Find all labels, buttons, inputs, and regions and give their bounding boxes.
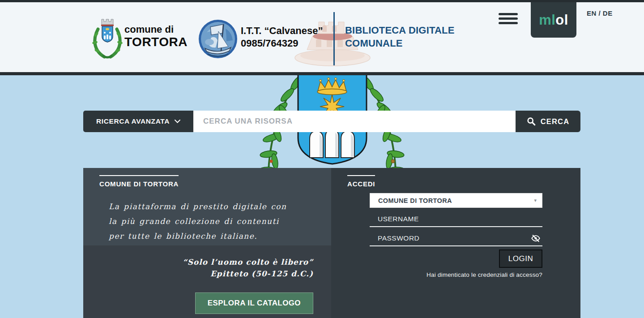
hero-section: RICERCA AVANZATA CERCA COMUNE DI TORTORA…	[0, 75, 644, 318]
mlol-logo[interactable]: mlol	[531, 2, 576, 38]
toggle-password-visibility-button[interactable]	[529, 233, 542, 243]
login-button[interactable]: LOGIN	[499, 249, 542, 268]
calvanese-school-logo	[198, 19, 238, 59]
language-switcher[interactable]: EN / DE	[587, 9, 613, 17]
password-row	[370, 231, 542, 246]
library-select-value: COMUNE DI TORTORA	[378, 197, 452, 204]
advanced-search-label: RICERCA AVANZATA	[96, 117, 170, 125]
school-name: I.T.T. “Calvanese” 0985/764329	[241, 25, 323, 50]
municipality-name-line1: comune di	[124, 24, 188, 35]
site-title: BIBLIOTECA DIGITALE COMUNALE	[345, 24, 455, 50]
site-title-line2: COMUNALE	[345, 37, 455, 50]
municipality-name: comune di TORTORA	[124, 24, 188, 49]
advanced-search-button[interactable]: RICERCA AVANZATA	[83, 111, 193, 132]
username-row	[370, 212, 542, 227]
tortora-municipality-logo	[91, 16, 123, 60]
municipality-name-line2: TORTORA	[124, 35, 188, 49]
menu-hamburger-icon[interactable]	[499, 13, 518, 26]
towers	[310, 129, 354, 158]
search-icon	[527, 117, 536, 126]
intro-panel: COMUNE DI TORTORA La piattaforma di pres…	[83, 168, 331, 318]
quote-author: Epitteto (50-125 d.C.)	[83, 268, 313, 279]
quote-area: “Solo l’uomo colto è libero” Epitteto (5…	[83, 245, 331, 318]
username-input[interactable]	[370, 215, 542, 223]
password-input[interactable]	[370, 234, 529, 242]
chevron-down-icon	[175, 120, 180, 123]
site-title-line1: BIBLIOTECA DIGITALE	[345, 24, 455, 37]
login-heading: ACCEDI	[347, 175, 375, 188]
mlol-library-page: comune di TORTORA I.T.T. “Calvanese” 098…	[0, 0, 644, 318]
search-submit-label: CERCA	[541, 117, 570, 126]
site-header: comune di TORTORA I.T.T. “Calvanese” 098…	[0, 2, 644, 72]
forgot-credentials-link[interactable]: Hai dimenticato le credenziali di access…	[370, 271, 542, 278]
header-divider-line	[333, 12, 335, 65]
explore-catalog-button[interactable]: ESPLORA IL CATALOGO	[195, 292, 313, 314]
intro-description: La piattaforma di prestito digitale con …	[109, 199, 292, 244]
search-submit-button[interactable]: CERCA	[516, 111, 580, 132]
quote-text: “Solo l’uomo colto è libero”	[83, 256, 313, 268]
top-border-bar	[0, 0, 644, 2]
intro-heading: COMUNE DI TORTORA	[99, 175, 179, 188]
search-bar: RICERCA AVANZATA CERCA	[83, 111, 580, 132]
school-name-line1: I.T.T. “Calvanese”	[241, 25, 323, 37]
login-panel: ACCEDI COMUNE DI TORTORA ▾ LOGIN	[331, 168, 580, 318]
search-input[interactable]	[193, 111, 516, 132]
mlol-wordmark: mlol	[539, 12, 568, 28]
library-select[interactable]: COMUNE DI TORTORA ▾	[370, 193, 542, 208]
school-phone: 0985/764329	[241, 37, 323, 50]
select-caret-icon: ▾	[534, 198, 537, 203]
header-bottom-bar	[0, 72, 644, 75]
eye-off-icon	[531, 233, 541, 243]
